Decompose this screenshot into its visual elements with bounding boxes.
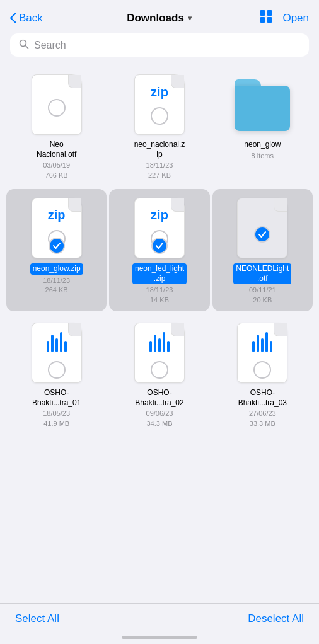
- grid-view-icon[interactable]: [258, 9, 274, 27]
- doc-file-icon: [234, 197, 291, 260]
- zip-file-icon: zip: [131, 197, 188, 260]
- file-cell[interactable]: OSHO-Bhakti...tra_01 18/05/2341.9 MB: [6, 314, 107, 435]
- file-name: neo_nacional.zip: [134, 140, 185, 159]
- file-date: 18/05/2341.9 MB: [43, 409, 70, 428]
- svg-rect-3: [267, 17, 272, 23]
- file-date: 27/06/2333.3 MB: [249, 409, 276, 428]
- file-cell[interactable]: NeoNacional.otf 03/05/19766 KB: [6, 66, 107, 187]
- file-date: 09/06/2334.3 MB: [146, 409, 173, 428]
- back-label: Back: [19, 12, 43, 25]
- file-size: 8 items: [252, 151, 274, 161]
- file-date: 09/11/2120 KB: [249, 285, 276, 305]
- file-cell[interactable]: zip neo_nacional.zip 18/11/23227 KB: [109, 66, 209, 187]
- select-all-button[interactable]: Select All: [15, 612, 59, 625]
- header-title: Downloads: [127, 12, 184, 25]
- file-name: OSHO-Bhakti...tra_02: [135, 388, 183, 408]
- file-grid: NeoNacional.otf 03/05/19766 KB zip neo_n…: [0, 66, 319, 435]
- file-date: 18/11/23264 KB: [43, 276, 70, 296]
- doc-file-icon: [28, 73, 85, 136]
- svg-line-5: [26, 46, 28, 49]
- back-button[interactable]: Back: [10, 12, 43, 25]
- search-icon: [19, 39, 29, 51]
- open-button[interactable]: Open: [282, 12, 309, 25]
- back-chevron-icon: [10, 13, 16, 23]
- file-date: 18/11/23227 KB: [146, 161, 173, 180]
- zip-file-icon: zip: [131, 73, 188, 136]
- file-name: OSHO-Bhakti...tra_01: [32, 388, 81, 408]
- svg-rect-0: [260, 10, 265, 16]
- file-name: neon_glow: [244, 140, 281, 150]
- file-name: NEONLEDLight.otf: [233, 263, 291, 284]
- file-cell[interactable]: zip neon_led_light.zip 18/11/2314 KB: [109, 189, 209, 311]
- search-bar: Search: [10, 33, 309, 57]
- svg-rect-2: [260, 17, 265, 23]
- audio-file-icon: [28, 321, 85, 384]
- folder-icon: [234, 73, 291, 136]
- audio-file-icon: [131, 321, 188, 384]
- file-cell[interactable]: NEONLEDLight.otf 09/11/2120 KB: [212, 189, 313, 311]
- zip-file-icon: zip: [28, 197, 85, 260]
- header-title-wrap: Downloads ▾: [127, 12, 192, 25]
- header-actions: Open: [258, 9, 309, 27]
- dropdown-chevron-icon[interactable]: ▾: [188, 13, 192, 23]
- deselect-all-button[interactable]: Deselect All: [248, 612, 304, 625]
- header: Back Downloads ▾ Open: [0, 0, 319, 33]
- file-cell[interactable]: OSHO-Bhakti...tra_03 27/06/2333.3 MB: [212, 314, 313, 435]
- file-cell[interactable]: neon_glow 8 items: [212, 66, 313, 187]
- search-input[interactable]: Search: [34, 40, 66, 51]
- home-indicator: [122, 636, 197, 639]
- file-date: 18/11/2314 KB: [146, 285, 173, 305]
- audio-file-icon: [234, 321, 291, 384]
- file-cell[interactable]: OSHO-Bhakti...tra_02 09/06/2334.3 MB: [109, 314, 209, 435]
- file-name: neon_led_light.zip: [132, 263, 187, 284]
- file-cell[interactable]: zip neon_glow.zip 18/11/23264 KB: [6, 189, 107, 311]
- file-name: NeoNacional.otf: [37, 140, 76, 159]
- svg-rect-1: [267, 10, 272, 16]
- file-name: OSHO-Bhakti...tra_03: [238, 388, 287, 408]
- file-name: neon_glow.zip: [30, 263, 83, 275]
- file-date: 03/05/19766 KB: [43, 161, 70, 180]
